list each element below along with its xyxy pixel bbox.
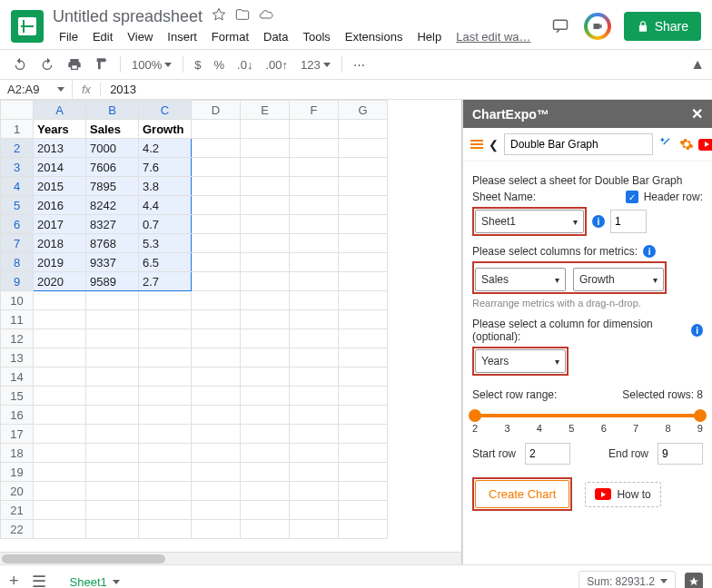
cell[interactable]	[339, 158, 388, 177]
more-icon[interactable]: ⋯	[348, 54, 371, 75]
cell[interactable]	[139, 425, 192, 444]
hamburger-icon[interactable]	[470, 140, 483, 149]
chart-name-input[interactable]	[504, 133, 653, 155]
cell[interactable]	[339, 234, 388, 253]
cell[interactable]	[241, 234, 290, 253]
cell[interactable]	[192, 234, 241, 253]
cell[interactable]	[290, 463, 339, 482]
cell[interactable]: 3.8	[139, 177, 192, 196]
cell[interactable]	[192, 501, 241, 520]
sheet-select[interactable]: Sheet1▾	[475, 210, 584, 233]
back-icon[interactable]: ❮	[489, 138, 499, 152]
cell[interactable]	[86, 520, 139, 539]
add-sheet-icon[interactable]: +	[9, 572, 19, 588]
explore-icon[interactable]	[685, 573, 703, 589]
cell[interactable]: 0.7	[139, 215, 192, 234]
start-row-input[interactable]	[525, 443, 570, 465]
sum-display[interactable]: Sum: 82931.2	[578, 571, 676, 589]
name-box[interactable]: A2:A9	[0, 80, 73, 99]
cell[interactable]	[339, 368, 388, 387]
cell[interactable]	[241, 158, 290, 177]
cell[interactable]	[339, 120, 388, 139]
cell[interactable]	[192, 215, 241, 234]
cell[interactable]: 2019	[34, 253, 86, 272]
cell[interactable]	[86, 444, 139, 463]
wand-icon[interactable]	[658, 136, 675, 152]
zoom-select[interactable]: 100%	[126, 54, 177, 75]
cell[interactable]	[86, 425, 139, 444]
cell[interactable]	[339, 501, 388, 520]
sheet-tab[interactable]: Sheet1	[59, 568, 131, 588]
print-icon[interactable]	[62, 54, 87, 75]
cell[interactable]	[192, 310, 241, 329]
cell[interactable]	[34, 501, 86, 520]
cell[interactable]: 2017	[34, 215, 86, 234]
cell[interactable]	[290, 348, 339, 368]
cell[interactable]	[241, 310, 290, 329]
menu-format[interactable]: Format	[205, 28, 255, 45]
cell[interactable]: 8242	[86, 196, 139, 215]
percent-icon[interactable]: %	[208, 54, 230, 75]
cell[interactable]	[192, 444, 241, 463]
cell[interactable]	[139, 520, 192, 539]
doc-title[interactable]: Untitled spreadsheet	[53, 7, 203, 26]
cell[interactable]	[192, 348, 241, 368]
cell[interactable]	[34, 520, 86, 539]
cell[interactable]: 9589	[86, 272, 139, 291]
cell[interactable]	[139, 463, 192, 482]
cell[interactable]	[139, 444, 192, 463]
menu-help[interactable]: Help	[410, 28, 448, 45]
cell[interactable]: 8768	[86, 234, 139, 253]
cell[interactable]	[241, 139, 290, 158]
cell[interactable]	[290, 482, 339, 501]
cell[interactable]	[192, 291, 241, 310]
collapse-toolbar-icon[interactable]: ▲	[690, 56, 705, 73]
info-icon[interactable]: i	[592, 215, 605, 228]
undo-icon[interactable]	[7, 54, 33, 75]
cell[interactable]	[86, 482, 139, 501]
currency-icon[interactable]: $	[189, 54, 206, 75]
cell[interactable]: 2015	[34, 177, 86, 196]
cell[interactable]	[139, 310, 192, 329]
cell[interactable]	[34, 348, 86, 368]
metric2-select[interactable]: Growth▾	[573, 268, 664, 291]
cell[interactable]: 2020	[34, 272, 86, 291]
cell[interactable]	[34, 291, 86, 310]
cell[interactable]	[192, 253, 241, 272]
cell[interactable]	[290, 329, 339, 348]
formula-input[interactable]: 2013	[101, 83, 145, 96]
cell[interactable]	[290, 291, 339, 310]
menu-edit[interactable]: Edit	[86, 28, 119, 45]
create-chart-button[interactable]: Create Chart	[475, 480, 569, 508]
cell[interactable]	[192, 139, 241, 158]
row-range-slider[interactable]: 23456789	[472, 407, 703, 434]
info-icon[interactable]: i	[691, 324, 703, 337]
share-button[interactable]: Share	[624, 12, 701, 41]
cell[interactable]	[34, 425, 86, 444]
menu-data[interactable]: Data	[257, 28, 294, 45]
cell[interactable]	[339, 482, 388, 501]
cell[interactable]	[192, 196, 241, 215]
cell[interactable]	[339, 215, 388, 234]
cell[interactable]	[34, 406, 86, 425]
cell[interactable]: 7606	[86, 158, 139, 177]
cell[interactable]	[290, 520, 339, 539]
cell[interactable]	[241, 482, 290, 501]
cell[interactable]	[290, 406, 339, 425]
cell[interactable]	[34, 310, 86, 329]
paint-icon[interactable]	[89, 54, 114, 75]
redo-icon[interactable]	[35, 54, 60, 75]
cell[interactable]	[34, 444, 86, 463]
cell[interactable]	[290, 215, 339, 234]
cell[interactable]	[241, 463, 290, 482]
cell[interactable]	[241, 291, 290, 310]
cell[interactable]	[241, 387, 290, 406]
cell[interactable]	[290, 501, 339, 520]
cell[interactable]	[241, 520, 290, 539]
cell[interactable]	[339, 444, 388, 463]
cell[interactable]	[192, 406, 241, 425]
cell[interactable]	[241, 196, 290, 215]
all-sheets-icon[interactable]: ☰	[32, 572, 46, 589]
sheet-grid[interactable]: ABCDEFG1YearsSalesGrowth2201370004.23201…	[0, 100, 462, 564]
star-icon[interactable]	[212, 7, 226, 26]
